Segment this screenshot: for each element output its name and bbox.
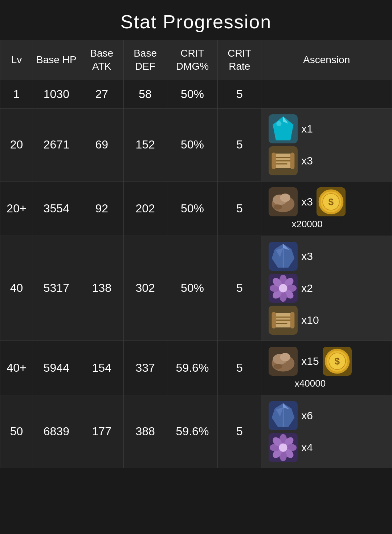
item-quantity: x3: [301, 196, 313, 208]
cell-crit_dmg: 50%: [167, 80, 218, 108]
item-quantity: x3: [301, 155, 313, 167]
header-crit-dmg: CRIT DMG%: [167, 40, 218, 80]
icon-coin-gold: $: [317, 187, 346, 216]
item-quantity: x15: [301, 355, 319, 367]
icon-crystal-blue: [269, 114, 298, 143]
cell-hp: 6839: [33, 395, 80, 468]
cell-crit_dmg: 50%: [167, 236, 218, 341]
cell-atk: 27: [80, 80, 123, 108]
svg-rect-32: [272, 312, 276, 329]
svg-text:$: $: [328, 196, 334, 207]
gold-quantity: x20000: [269, 219, 346, 230]
cell-crit_rate: 5: [218, 181, 261, 236]
cell-crit_rate: 5: [218, 341, 261, 395]
svg-point-30: [279, 284, 287, 292]
stat-progression-table: Lv Base HP Base ATK Base DEF CRIT DMG% C…: [0, 40, 392, 468]
cell-lv: 20: [0, 108, 33, 181]
gold-quantity: x40000: [269, 378, 351, 389]
svg-text:$: $: [334, 356, 339, 366]
cell-lv: 50: [0, 395, 33, 468]
ascension-cell: x1 x3: [261, 108, 392, 181]
cell-hp: 3554: [33, 181, 80, 236]
icon-flower-purple: [269, 274, 298, 303]
ascension-cell: [261, 80, 392, 108]
ascension-cell: x3 $ x20000: [261, 181, 392, 236]
svg-rect-33: [290, 312, 294, 329]
icon-shard-blue: [269, 242, 298, 271]
cell-hp: 5944: [33, 341, 80, 395]
cell-def: 388: [123, 395, 167, 468]
svg-point-11: [280, 193, 291, 202]
svg-rect-4: [272, 152, 276, 169]
item-quantity: x3: [301, 250, 313, 262]
icon-scroll-tan: [269, 306, 298, 335]
cell-crit_dmg: 59.6%: [167, 341, 218, 395]
ascension-cell: x6 x4: [261, 395, 392, 468]
table-row: 20+35549220250%5 x3 $ x20000: [0, 181, 392, 236]
cell-def: 152: [123, 108, 167, 181]
svg-point-12: [274, 204, 282, 209]
header-lv: Lv: [0, 40, 33, 80]
icon-flower-purple: [269, 433, 298, 462]
cell-hp: 2671: [33, 108, 80, 181]
cell-lv: 1: [0, 80, 33, 108]
header-base-def: Base DEF: [123, 40, 167, 80]
svg-rect-5: [290, 152, 294, 169]
cell-lv: 40+: [0, 341, 33, 395]
cell-crit_dmg: 50%: [167, 108, 218, 181]
item-quantity: x10: [301, 314, 319, 326]
header-base-atk: Base ATK: [80, 40, 123, 80]
table-row: 40531713830250%5 x3 x2 x10: [0, 236, 392, 341]
svg-point-2: [277, 121, 282, 126]
icon-shard-blue: [269, 401, 298, 430]
header-base-hp: Base HP: [33, 40, 80, 80]
cell-def: 337: [123, 341, 167, 395]
table-row: 40+594415433759.6%5 x15 $ x40000: [0, 341, 392, 395]
cell-crit_rate: 5: [218, 236, 261, 341]
cell-atk: 177: [80, 395, 123, 468]
cell-def: 202: [123, 181, 167, 236]
cell-hp: 5317: [33, 236, 80, 341]
table-row: 11030275850%5: [0, 80, 392, 108]
svg-point-58: [279, 443, 287, 452]
ascension-cell: x3 x2 x10: [261, 236, 392, 341]
icon-scroll-tan: [269, 146, 298, 175]
cell-atk: 154: [80, 341, 123, 395]
cell-atk: 92: [80, 181, 123, 236]
item-quantity: x6: [301, 409, 313, 422]
cell-def: 302: [123, 236, 167, 341]
cell-crit_rate: 5: [218, 108, 261, 181]
item-quantity: x2: [301, 282, 313, 294]
svg-point-39: [280, 353, 291, 361]
table-row: 2026716915250%5 x1 x3: [0, 108, 392, 181]
cell-crit_rate: 5: [218, 395, 261, 468]
svg-point-40: [274, 364, 282, 369]
header-ascension: Ascension: [261, 40, 392, 80]
icon-coin-gold: $: [323, 347, 352, 376]
icon-rock-brown: [269, 347, 298, 376]
icon-rock-brown: [269, 187, 298, 216]
header-crit-rate: CRIT Rate: [218, 40, 261, 80]
cell-crit_rate: 5: [218, 80, 261, 108]
cell-lv: 40: [0, 236, 33, 341]
page-title: Stat Progression: [0, 0, 392, 40]
cell-def: 58: [123, 80, 167, 108]
cell-lv: 20+: [0, 181, 33, 236]
cell-atk: 69: [80, 108, 123, 181]
cell-crit_dmg: 59.6%: [167, 395, 218, 468]
cell-crit_dmg: 50%: [167, 181, 218, 236]
cell-hp: 1030: [33, 80, 80, 108]
table-row: 50683917738859.6%5 x6 x4: [0, 395, 392, 468]
cell-atk: 138: [80, 236, 123, 341]
item-quantity: x1: [301, 123, 313, 135]
ascension-cell: x15 $ x40000: [261, 341, 392, 395]
item-quantity: x4: [301, 441, 313, 454]
